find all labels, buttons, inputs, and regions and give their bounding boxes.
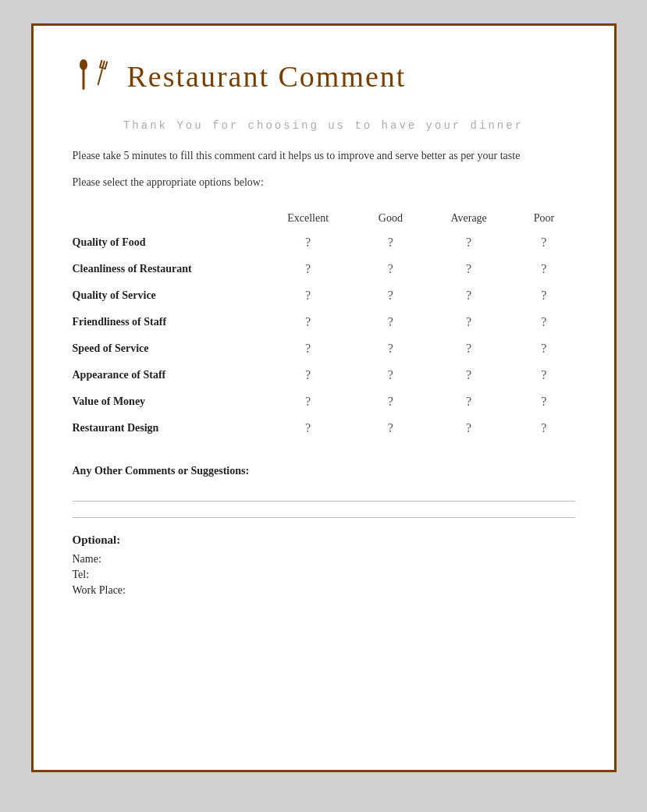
- row-label: Quality of Service: [73, 282, 260, 309]
- cell-poor-3[interactable]: ?: [513, 309, 574, 335]
- cell-poor-5[interactable]: ?: [513, 362, 574, 388]
- divider-line-2: [73, 517, 575, 518]
- cell-average-0[interactable]: ?: [425, 229, 513, 256]
- svg-rect-4: [104, 61, 108, 69]
- comment-card: Restaurant Comment Thank You for choosin…: [31, 23, 617, 772]
- cell-poor-1[interactable]: ?: [513, 256, 574, 282]
- svg-rect-6: [97, 69, 103, 86]
- table-row: Speed of Service????: [73, 335, 575, 362]
- row-label: Speed of Service: [73, 335, 260, 362]
- cell-poor-0[interactable]: ?: [513, 229, 574, 256]
- table-row: Cleanliness of Restaurant????: [73, 256, 575, 282]
- intro-text: Please take 5 minutes to fill this comme…: [73, 147, 575, 164]
- table-row: Restaurant Design????: [73, 415, 575, 441]
- cell-excellent-4[interactable]: ?: [260, 335, 357, 362]
- cell-good-5[interactable]: ?: [357, 362, 425, 388]
- cell-good-2[interactable]: ?: [357, 282, 425, 309]
- col-header-good: Good: [357, 207, 425, 229]
- svg-rect-2: [101, 60, 105, 68]
- cell-excellent-6[interactable]: ?: [260, 388, 357, 415]
- cell-good-6[interactable]: ?: [357, 388, 425, 415]
- cell-excellent-7[interactable]: ?: [260, 415, 357, 441]
- optional-field-0: Name:: [73, 553, 575, 566]
- cell-excellent-1[interactable]: ?: [260, 256, 357, 282]
- comments-label: Any Other Comments or Suggestions:: [73, 465, 575, 477]
- cell-poor-2[interactable]: ?: [513, 282, 574, 309]
- rating-table: Excellent Good Average Poor Quality of F…: [73, 207, 575, 441]
- row-label: Appearance of Staff: [73, 362, 260, 388]
- cell-good-1[interactable]: ?: [357, 256, 425, 282]
- cell-poor-4[interactable]: ?: [513, 335, 574, 362]
- cell-average-1[interactable]: ?: [425, 256, 513, 282]
- comments-section: Any Other Comments or Suggestions:: [73, 465, 575, 477]
- table-row: Value of Money????: [73, 388, 575, 415]
- optional-section: Optional: Name:Tel:Work Place:: [73, 534, 575, 597]
- table-row: Quality of Food????: [73, 229, 575, 256]
- cell-good-4[interactable]: ?: [357, 335, 425, 362]
- subtitle-text: Thank You for choosing us to have your d…: [73, 119, 575, 132]
- row-label: Cleanliness of Restaurant: [73, 256, 260, 282]
- optional-title: Optional:: [73, 534, 575, 547]
- col-header-label: [73, 207, 260, 229]
- row-label: Restaurant Design: [73, 415, 260, 441]
- row-label: Friendliness of Staff: [73, 309, 260, 335]
- col-header-average: Average: [425, 207, 513, 229]
- optional-field-1: Tel:: [73, 569, 575, 581]
- please-select-text: Please select the appropriate options be…: [73, 176, 575, 189]
- cell-excellent-3[interactable]: ?: [260, 309, 357, 335]
- col-header-poor: Poor: [513, 207, 574, 229]
- svg-rect-1: [82, 69, 84, 90]
- cell-average-7[interactable]: ?: [425, 415, 513, 441]
- divider-line: [73, 501, 575, 502]
- optional-field-2: Work Place:: [73, 584, 575, 597]
- table-row: Quality of Service????: [73, 282, 575, 309]
- cell-good-0[interactable]: ?: [357, 229, 425, 256]
- cell-average-4[interactable]: ?: [425, 335, 513, 362]
- table-row: Appearance of Staff????: [73, 362, 575, 388]
- cell-average-2[interactable]: ?: [425, 282, 513, 309]
- cell-average-6[interactable]: ?: [425, 388, 513, 415]
- cell-average-3[interactable]: ?: [425, 309, 513, 335]
- row-label: Quality of Food: [73, 229, 260, 256]
- cell-poor-6[interactable]: ?: [513, 388, 574, 415]
- cell-average-5[interactable]: ?: [425, 362, 513, 388]
- cell-excellent-2[interactable]: ?: [260, 282, 357, 309]
- fork-spoon-icon: [73, 57, 112, 96]
- header: Restaurant Comment: [73, 57, 575, 96]
- svg-rect-3: [99, 59, 103, 67]
- cell-excellent-5[interactable]: ?: [260, 362, 357, 388]
- cell-excellent-0[interactable]: ?: [260, 229, 357, 256]
- col-header-excellent: Excellent: [260, 207, 357, 229]
- cell-poor-7[interactable]: ?: [513, 415, 574, 441]
- cell-good-7[interactable]: ?: [357, 415, 425, 441]
- row-label: Value of Money: [73, 388, 260, 415]
- svg-point-0: [80, 59, 87, 70]
- page-title: Restaurant Comment: [127, 59, 407, 94]
- cell-good-3[interactable]: ?: [357, 309, 425, 335]
- table-row: Friendliness of Staff????: [73, 309, 575, 335]
